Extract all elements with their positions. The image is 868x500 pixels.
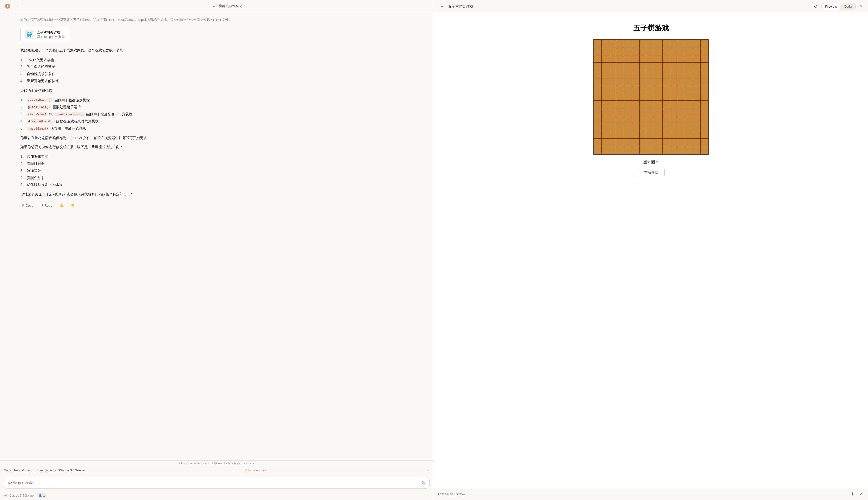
board-cell[interactable] <box>617 124 624 131</box>
board-cell[interactable] <box>670 93 678 101</box>
board-cell[interactable] <box>663 116 670 124</box>
board-cell[interactable] <box>609 146 617 154</box>
board-cell[interactable] <box>632 47 640 55</box>
board-cell[interactable] <box>678 86 685 93</box>
board-cell[interactable] <box>647 93 655 101</box>
board-cell[interactable] <box>617 70 624 78</box>
board-cell[interactable] <box>685 101 693 108</box>
board-cell[interactable] <box>655 62 663 70</box>
board-cell[interactable] <box>594 108 602 116</box>
board-cell[interactable] <box>624 124 632 131</box>
board-cell[interactable] <box>617 131 624 139</box>
board-cell[interactable] <box>602 62 609 70</box>
board-cell[interactable] <box>594 131 602 139</box>
board-cell[interactable] <box>647 139 655 146</box>
board-cell[interactable] <box>602 93 609 101</box>
board-cell[interactable] <box>617 93 624 101</box>
board-cell[interactable] <box>624 131 632 139</box>
board-cell[interactable] <box>663 47 670 55</box>
attach-button[interactable]: 📎 <box>420 480 426 486</box>
board-cell[interactable] <box>693 55 701 62</box>
board-cell[interactable] <box>670 116 678 124</box>
board-cell[interactable] <box>617 78 624 86</box>
board-cell[interactable] <box>685 47 693 55</box>
board-cell[interactable] <box>678 78 685 86</box>
board-cell[interactable] <box>701 146 708 154</box>
board-cell[interactable] <box>663 108 670 116</box>
board-cell[interactable] <box>640 78 647 86</box>
copy-button[interactable]: ⎘ Copy <box>20 203 35 208</box>
board-cell[interactable] <box>670 108 678 116</box>
board-cell[interactable] <box>670 139 678 146</box>
board-cell[interactable] <box>594 146 602 154</box>
board-cell[interactable] <box>640 131 647 139</box>
board-cell[interactable] <box>693 78 701 86</box>
board-cell[interactable] <box>617 40 624 47</box>
board-cell[interactable] <box>640 40 647 47</box>
board-cell[interactable] <box>632 108 640 116</box>
board-cell[interactable] <box>701 86 708 93</box>
board-cell[interactable] <box>632 124 640 131</box>
board-cell[interactable] <box>617 108 624 116</box>
board-cell[interactable] <box>701 55 708 62</box>
board-cell[interactable] <box>678 139 685 146</box>
board-cell[interactable] <box>693 70 701 78</box>
board-cell[interactable] <box>655 116 663 124</box>
board-cell[interactable] <box>594 101 602 108</box>
board-cell[interactable] <box>678 93 685 101</box>
board-cell[interactable] <box>655 70 663 78</box>
board-cell[interactable] <box>701 93 708 101</box>
board-cell[interactable] <box>632 93 640 101</box>
close-banner-button[interactable]: × <box>425 468 430 473</box>
board-cell[interactable] <box>640 101 647 108</box>
board-cell[interactable] <box>693 139 701 146</box>
board-cell[interactable] <box>594 55 602 62</box>
board-cell[interactable] <box>594 78 602 86</box>
board-cell[interactable] <box>594 93 602 101</box>
board-cell[interactable] <box>701 116 708 124</box>
board-cell[interactable] <box>678 62 685 70</box>
board-cell[interactable] <box>678 108 685 116</box>
board-cell[interactable] <box>647 47 655 55</box>
board-cell[interactable] <box>624 55 632 62</box>
board-cell[interactable] <box>602 131 609 139</box>
download-button[interactable]: ⬇ <box>849 491 856 498</box>
board-cell[interactable] <box>655 78 663 86</box>
board-cell[interactable] <box>663 101 670 108</box>
board-cell[interactable] <box>609 40 617 47</box>
board-cell[interactable] <box>670 55 678 62</box>
board-cell[interactable] <box>609 70 617 78</box>
board-cell[interactable] <box>632 78 640 86</box>
board-cell[interactable] <box>647 78 655 86</box>
board-cell[interactable] <box>632 86 640 93</box>
board-cell[interactable] <box>624 101 632 108</box>
add-button[interactable]: + <box>14 2 21 10</box>
board-cell[interactable] <box>609 116 617 124</box>
board-cell[interactable] <box>609 78 617 86</box>
board-cell[interactable] <box>602 55 609 62</box>
board-cell[interactable] <box>640 116 647 124</box>
board-cell[interactable] <box>609 139 617 146</box>
board-cell[interactable] <box>640 146 647 154</box>
board-cell[interactable] <box>647 101 655 108</box>
board-cell[interactable] <box>655 93 663 101</box>
board-cell[interactable] <box>670 101 678 108</box>
board-cell[interactable] <box>594 116 602 124</box>
thumbs-down-button[interactable]: 👎 <box>68 203 77 208</box>
board-cell[interactable] <box>678 40 685 47</box>
board-cell[interactable] <box>685 108 693 116</box>
board-cell[interactable] <box>602 70 609 78</box>
refresh-button[interactable]: ↺ <box>812 3 819 10</box>
board-cell[interactable] <box>647 146 655 154</box>
board-cell[interactable] <box>663 62 670 70</box>
board-cell[interactable] <box>602 139 609 146</box>
board-cell[interactable] <box>647 70 655 78</box>
board-cell[interactable] <box>693 146 701 154</box>
board-cell[interactable] <box>701 108 708 116</box>
external-link-button[interactable]: ↗ <box>858 491 864 498</box>
board-cell[interactable] <box>640 108 647 116</box>
subscribe-link[interactable]: Subscribe to Pro <box>245 468 267 472</box>
board-cell[interactable] <box>617 86 624 93</box>
board-cell[interactable] <box>663 146 670 154</box>
board-cell[interactable] <box>678 124 685 131</box>
